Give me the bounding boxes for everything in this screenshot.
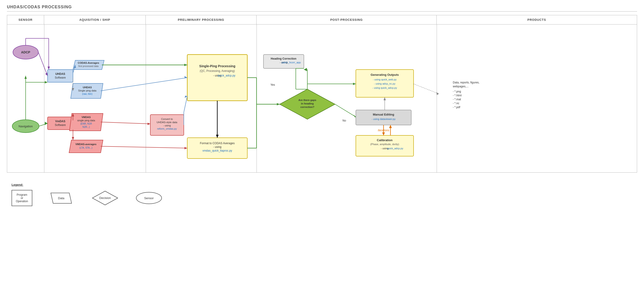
svg-text:VMDAS-averages: VMDAS-averages: [75, 143, 96, 146]
svg-text:Calibration: Calibration: [377, 138, 392, 142]
svg-marker-82: [45, 81, 48, 83]
legend-item-diamond: Decision: [90, 190, 120, 206]
legend-item-parallelogram: Data: [46, 190, 76, 206]
svg-line-101: [101, 146, 187, 148]
svg-marker-108: [277, 103, 280, 105]
svg-text:- using: - using: [213, 145, 222, 149]
svg-line-94: [101, 78, 187, 91]
svg-marker-127: [436, 92, 439, 95]
col-header-sensor: SENSOR: [7, 15, 44, 24]
svg-text:Navigation: Navigation: [18, 125, 32, 128]
legend-items: Program or Operation Data Decision: [12, 190, 632, 206]
svg-text:N2R...): N2R...): [82, 126, 90, 128]
legend-diamond-shape: Decision: [91, 190, 119, 206]
svg-text:Single-Ping Processing: Single-Ping Processing: [199, 64, 235, 68]
svg-marker-102: [184, 147, 187, 149]
col-header-acquisition: AQUISITION / SHIP: [44, 15, 146, 24]
svg-marker-93: [184, 64, 187, 66]
svg-marker-113: [304, 68, 307, 71]
svg-text:Single ping data: Single ping data: [78, 89, 97, 92]
svg-text:Yes: Yes: [270, 83, 275, 86]
page-title: UHDAS/CODAS PROCESSING: [7, 5, 637, 12]
col-header-preliminary: PRELIMINARY PROCESSING: [146, 15, 256, 24]
svg-marker-125: [389, 125, 392, 128]
svg-text:(QC, Processing, Averaging): (QC, Processing, Averaging): [200, 69, 235, 73]
svg-text:- *.png: - *.png: [453, 90, 461, 93]
legend-rect-shape: Program or Operation: [12, 190, 32, 206]
diagram-container: SENSOR AQUISITION / SHIP PRELIMINARY PRO…: [7, 15, 637, 173]
diagram-area: ADCP Navigation UHDAS Software VmDAS Sof…: [7, 25, 637, 172]
svg-marker-104: [216, 135, 219, 138]
legend-item-rect: Program or Operation: [12, 190, 32, 206]
svg-rect-30: [187, 55, 247, 101]
svg-text:quick_adcp.py: quick_adcp.py: [218, 74, 236, 77]
svg-marker-119: [353, 83, 356, 85]
svg-text:patch_hcorr_app: patch_hcorr_app: [282, 61, 301, 64]
svg-text:in heading: in heading: [301, 102, 314, 105]
svg-marker-91: [72, 137, 74, 140]
svg-text:reform_vmdas.py: reform_vmdas.py: [157, 127, 177, 130]
svg-line-74: [38, 52, 48, 76]
svg-text:- *.nc: - *.nc: [453, 102, 459, 105]
svg-text:(ENR, N1R: (ENR, N1R: [80, 122, 92, 125]
svg-text:- *.pdf: - *.pdf: [453, 106, 460, 109]
svg-text:(Phase, amplitude, dx/dy): (Phase, amplitude, dx/dy): [370, 143, 399, 146]
svg-marker-77: [45, 122, 48, 125]
svg-text:Format to CODAS Averages: Format to CODAS Averages: [200, 142, 235, 145]
svg-text:single ping data: single ping data: [77, 119, 95, 122]
svg-text:UHDAS: UHDAS: [83, 86, 92, 89]
svg-text:VMDAS: VMDAS: [82, 116, 91, 119]
svg-text:Generating Outputs: Generating Outputs: [370, 73, 399, 77]
legend-parallelogram-shape: Data: [47, 191, 75, 206]
svg-text:webpages,...: webpages,...: [452, 85, 468, 88]
svg-text:Convert to: Convert to: [161, 118, 173, 120]
svg-text:- using quick_web.py: - using quick_web.py: [373, 78, 397, 81]
svg-text:- using adcp_nc.py: - using adcp_nc.py: [374, 82, 396, 85]
svg-text:Manual Editing: Manual Editing: [373, 113, 394, 116]
col-header-products: PRODUCTS: [437, 15, 637, 24]
svg-text:Are there gaps: Are there gaps: [298, 99, 316, 101]
svg-text:UHDAS-style data: UHDAS-style data: [156, 121, 177, 124]
page: UHDAS/CODAS PROCESSING SENSOR AQUISITION…: [0, 0, 644, 214]
svg-text:first processed data: first processed data: [78, 65, 98, 68]
svg-marker-121: [354, 115, 356, 117]
svg-text:ADCP: ADCP: [21, 50, 30, 54]
svg-text:(raw, rbin): (raw, rbin): [82, 93, 92, 95]
svg-text:- *.mat: - *.mat: [453, 98, 461, 101]
svg-text:Software: Software: [55, 123, 66, 127]
svg-marker-100: [148, 123, 150, 125]
legend-ellipse-shape: Sensor: [135, 191, 163, 205]
svg-line-120: [335, 104, 356, 117]
svg-text:Sensor: Sensor: [144, 196, 154, 200]
svg-line-99: [101, 122, 150, 124]
svg-line-126: [414, 84, 439, 94]
svg-marker-129: [384, 97, 386, 100]
svg-text:Data, reports, figures,: Data, reports, figures,: [453, 81, 479, 84]
svg-text:- using dataviewer.py: - using dataviewer.py: [372, 118, 396, 120]
svg-line-97: [184, 96, 187, 112]
svg-marker-73: [48, 67, 50, 70]
svg-text:- using quick_adcp.py: - using quick_adcp.py: [372, 86, 397, 89]
svg-text:quick_adcp.py: quick_adcp.py: [387, 147, 404, 150]
legend: Legend: Program or Operation Data: [7, 180, 637, 210]
svg-text:VmDAS: VmDAS: [55, 120, 65, 123]
svg-text:CODAS-Averages: CODAS-Averages: [78, 62, 99, 64]
svg-text:No: No: [342, 119, 346, 122]
column-headers: SENSOR AQUISITION / SHIP PRELIMINARY PRO…: [7, 15, 637, 25]
svg-text:- *.html: - *.html: [453, 94, 462, 97]
svg-marker-95: [184, 76, 187, 78]
svg-text:UHDAS: UHDAS: [56, 72, 65, 76]
svg-text:vmdas_quick_ltaproc.py: vmdas_quick_ltaproc.py: [202, 149, 232, 152]
legend-item-ellipse: Sensor: [134, 190, 164, 206]
svg-text:correction?: correction?: [300, 106, 314, 108]
diagram-svg: ADCP Navigation UHDAS Software VmDAS Sof…: [7, 25, 637, 172]
svg-text:Software: Software: [55, 76, 66, 79]
svg-marker-123: [382, 132, 385, 135]
svg-text:- using: - using: [163, 124, 171, 127]
svg-text:Decision: Decision: [99, 196, 111, 200]
legend-title: Legend:: [12, 183, 632, 186]
legend-rect-label: Program or Operation: [16, 193, 28, 203]
svg-text:Data: Data: [58, 196, 64, 200]
svg-text:Heading Correction: Heading Correction: [270, 57, 296, 60]
svg-marker-79: [24, 76, 27, 79]
